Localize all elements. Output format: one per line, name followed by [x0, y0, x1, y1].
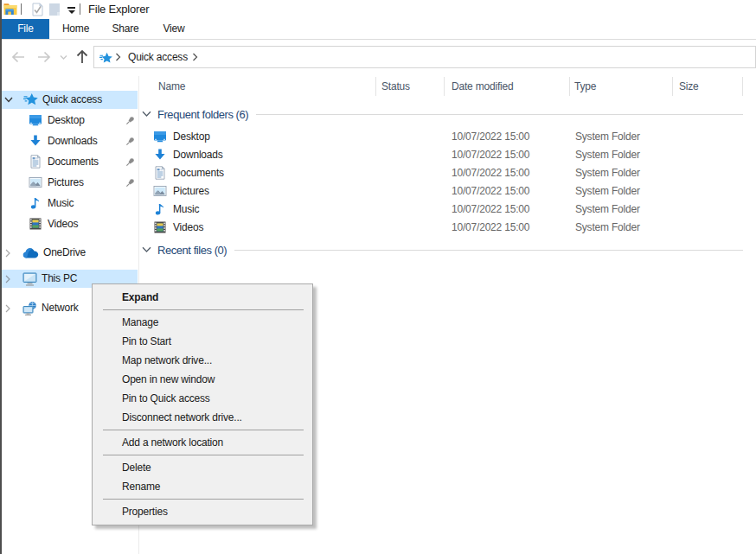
pictures-icon — [153, 184, 167, 198]
sidebar-item-label[interactable]: Downloads — [48, 132, 98, 150]
title-bar: File Explorer — [0, 0, 756, 19]
network-icon — [22, 301, 37, 315]
file-type: System Folder — [575, 201, 640, 219]
file-date-modified: 10/07/2022 15:00 — [452, 219, 529, 237]
file-name[interactable]: Documents — [173, 164, 224, 182]
sidebar-item-label[interactable]: Music — [48, 194, 74, 213]
column-separator[interactable] — [375, 77, 376, 96]
menu-item-properties[interactable]: Properties — [93, 502, 312, 521]
tab-view[interactable]: View — [153, 19, 195, 39]
sidebar-item-label[interactable]: Videos — [48, 215, 78, 233]
sidebar-item-label[interactable]: Pictures — [48, 174, 84, 192]
sidebar-item-downloads[interactable]: Downloads — [0, 132, 138, 150]
column-separator[interactable] — [444, 77, 445, 96]
file-name[interactable]: Desktop — [173, 128, 210, 146]
tab-home[interactable]: Home — [54, 19, 97, 39]
videos-icon — [153, 220, 167, 234]
chevron-collapsed-icon[interactable] — [5, 304, 10, 313]
sidebar-item-label[interactable]: OneDrive — [43, 244, 86, 262]
chevron-collapsed-icon[interactable] — [5, 275, 10, 283]
menu-item-pin-to-start[interactable]: Pin to Start — [93, 332, 312, 351]
file-type: System Folder — [575, 146, 640, 164]
file-row-downloads[interactable]: Downloads 10/07/2022 15:00 System Folder — [139, 146, 756, 164]
breadcrumb-chevron-icon[interactable] — [192, 53, 198, 61]
sidebar-item-label[interactable]: Quick access — [42, 91, 102, 109]
menu-item-map-network-drive[interactable]: Map network drive... — [93, 351, 312, 370]
quick-access-star-icon — [99, 52, 112, 64]
group-rule — [234, 250, 743, 251]
sidebar-item-onedrive[interactable]: OneDrive — [0, 244, 138, 262]
column-header-name[interactable]: Name — [158, 76, 185, 97]
chevron-expanded-icon[interactable] — [142, 246, 151, 253]
onedrive-icon — [22, 247, 39, 258]
menu-item-add-a-network-location[interactable]: Add a network location — [93, 433, 312, 452]
column-separator[interactable] — [672, 77, 673, 96]
file-row-documents[interactable]: Documents 10/07/2022 15:00 System Folder — [139, 164, 756, 182]
quick-access-star-icon — [23, 92, 38, 106]
pin-icon — [125, 178, 135, 188]
menu-item-disconnect-network-drive[interactable]: Disconnect network drive... — [93, 408, 312, 427]
sidebar-item-label[interactable]: Network — [42, 299, 79, 317]
desktop-icon — [153, 130, 167, 143]
titlebar-separator — [80, 3, 80, 15]
group-header-recent-files[interactable]: Recent files (0) — [142, 243, 743, 257]
group-header-frequent-folders[interactable]: Frequent folders (6) — [142, 107, 743, 121]
sidebar-item-videos[interactable]: Videos — [0, 215, 138, 233]
menu-item-rename[interactable]: Rename — [93, 477, 312, 496]
file-row-pictures[interactable]: Pictures 10/07/2022 15:00 System Folder — [139, 182, 756, 201]
group-label: Recent files (0) — [157, 244, 227, 257]
menu-item-expand[interactable]: Expand — [93, 288, 312, 307]
menu-item-delete[interactable]: Delete — [93, 458, 312, 477]
up-arrow-icon[interactable] — [76, 49, 88, 64]
file-name[interactable]: Music — [173, 201, 199, 219]
sidebar-item-documents[interactable]: Documents — [0, 153, 138, 171]
documents-icon — [29, 155, 42, 169]
window-title: File Explorer — [88, 0, 149, 19]
sidebar-item-quick-access[interactable]: Quick access — [0, 91, 138, 109]
pin-icon — [125, 116, 135, 125]
column-header-date-modified[interactable]: Date modified — [452, 76, 513, 97]
file-row-videos[interactable]: Videos 10/07/2022 15:00 System Folder — [139, 219, 756, 237]
tab-share[interactable]: Share — [104, 19, 147, 39]
sidebar-item-desktop[interactable]: Desktop — [0, 111, 138, 130]
customize-quick-access-toolbar-icon[interactable] — [67, 7, 75, 14]
sidebar-item-label[interactable]: Documents — [48, 153, 99, 171]
forward-arrow-icon[interactable] — [37, 51, 51, 63]
file-name[interactable]: Videos — [173, 219, 203, 237]
menu-item-manage[interactable]: Manage — [93, 313, 312, 332]
breadcrumb-chevron-icon[interactable] — [115, 53, 121, 61]
chevron-expanded-icon[interactable] — [142, 111, 151, 118]
breadcrumb-location[interactable]: Quick access — [128, 47, 188, 67]
file-date-modified: 10/07/2022 15:00 — [452, 146, 529, 164]
column-header-type[interactable]: Type — [574, 76, 596, 97]
tab-file[interactable]: File — [2, 19, 49, 39]
address-bar[interactable]: Quick access — [93, 46, 756, 68]
sidebar-item-pictures[interactable]: Pictures — [0, 174, 138, 192]
chevron-collapsed-icon[interactable] — [5, 249, 10, 258]
music-icon — [29, 196, 42, 210]
file-date-modified: 10/07/2022 15:00 — [452, 128, 529, 146]
file-name[interactable]: Pictures — [173, 182, 209, 201]
new-folder-icon[interactable] — [48, 3, 61, 16]
back-arrow-icon[interactable] — [11, 51, 25, 63]
sidebar-item-label[interactable]: This PC — [42, 270, 77, 288]
file-name[interactable]: Downloads — [173, 146, 223, 164]
sidebar-item-music[interactable]: Music — [0, 194, 138, 213]
sidebar-item-label[interactable]: Desktop — [48, 111, 85, 130]
recent-locations-chevron-icon[interactable] — [60, 54, 67, 60]
chevron-expanded-icon[interactable] — [4, 97, 13, 103]
menu-item-open-in-new-window[interactable]: Open in new window — [93, 370, 312, 389]
file-row-music[interactable]: Music 10/07/2022 15:00 System Folder — [139, 201, 756, 219]
column-separator[interactable] — [569, 77, 570, 96]
window-left-border — [0, 0, 2, 554]
file-type: System Folder — [575, 219, 640, 237]
file-date-modified: 10/07/2022 15:00 — [452, 201, 529, 219]
properties-icon[interactable] — [32, 3, 43, 16]
column-header-status[interactable]: Status — [381, 76, 410, 97]
column-header-size[interactable]: Size — [679, 76, 699, 97]
column-separator[interactable] — [742, 77, 743, 96]
menu-item-pin-to-quick-access[interactable]: Pin to Quick access — [93, 389, 312, 408]
titlebar-separator — [21, 3, 22, 15]
file-row-desktop[interactable]: Desktop 10/07/2022 15:00 System Folder — [139, 128, 756, 146]
pin-icon — [125, 137, 135, 146]
